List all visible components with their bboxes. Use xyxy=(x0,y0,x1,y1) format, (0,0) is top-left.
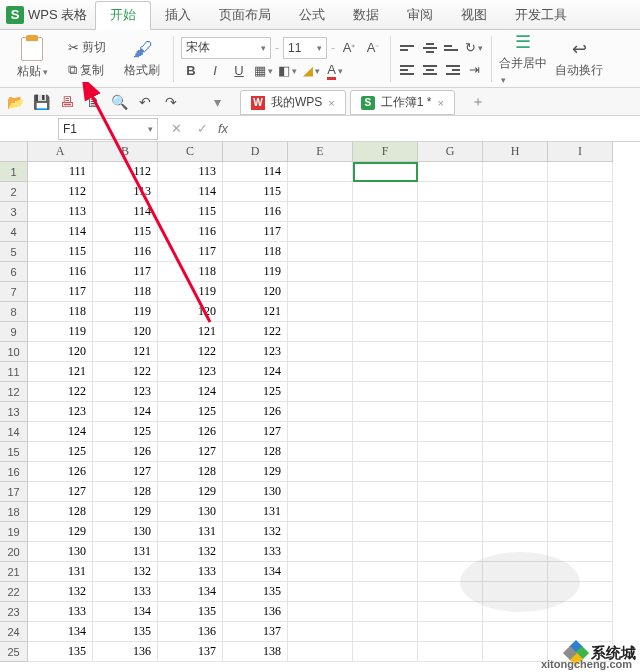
cell-C20[interactable]: 132 xyxy=(158,542,223,562)
cell-G16[interactable] xyxy=(418,462,483,482)
cell-E10[interactable] xyxy=(288,342,353,362)
cell-I9[interactable] xyxy=(548,322,613,342)
cell-H25[interactable] xyxy=(483,642,548,662)
cell-C13[interactable]: 125 xyxy=(158,402,223,422)
cell-B4[interactable]: 115 xyxy=(93,222,158,242)
cell-H6[interactable] xyxy=(483,262,548,282)
cell-C10[interactable]: 122 xyxy=(158,342,223,362)
cell-C19[interactable]: 131 xyxy=(158,522,223,542)
cell-F23[interactable] xyxy=(353,602,418,622)
cell-A23[interactable]: 133 xyxy=(28,602,93,622)
font-name-select[interactable]: 宋体▾ xyxy=(181,37,271,59)
cell-G8[interactable] xyxy=(418,302,483,322)
cell-E9[interactable] xyxy=(288,322,353,342)
row-header-20[interactable]: 20 xyxy=(0,542,28,562)
cell-D13[interactable]: 126 xyxy=(223,402,288,422)
row-header-6[interactable]: 6 xyxy=(0,262,28,282)
cell-G3[interactable] xyxy=(418,202,483,222)
cell-F22[interactable] xyxy=(353,582,418,602)
new-tab-button[interactable]: ＋ xyxy=(469,93,487,111)
cell-C1[interactable]: 113 xyxy=(158,162,223,182)
cell-I11[interactable] xyxy=(548,362,613,382)
cell-H17[interactable] xyxy=(483,482,548,502)
cell-H19[interactable] xyxy=(483,522,548,542)
document-tab-0[interactable]: W我的WPS× xyxy=(240,90,346,115)
cell-E5[interactable] xyxy=(288,242,353,262)
document-tab-1[interactable]: S工作簿1 *× xyxy=(350,90,455,115)
row-header-25[interactable]: 25 xyxy=(0,642,28,662)
close-tab-button[interactable]: × xyxy=(328,97,334,109)
ribbon-tab-5[interactable]: 审阅 xyxy=(393,2,447,29)
align-center-button[interactable] xyxy=(420,60,440,80)
cell-B24[interactable]: 135 xyxy=(93,622,158,642)
cell-F12[interactable] xyxy=(353,382,418,402)
cell-A15[interactable]: 125 xyxy=(28,442,93,462)
cell-G24[interactable] xyxy=(418,622,483,642)
cell-C15[interactable]: 127 xyxy=(158,442,223,462)
cell-F5[interactable] xyxy=(353,242,418,262)
cell-C17[interactable]: 129 xyxy=(158,482,223,502)
cell-B19[interactable]: 130 xyxy=(93,522,158,542)
cell-I8[interactable] xyxy=(548,302,613,322)
orientation-button[interactable]: ↻▾ xyxy=(464,38,484,58)
row-header-11[interactable]: 11 xyxy=(0,362,28,382)
cell-B23[interactable]: 134 xyxy=(93,602,158,622)
cell-F20[interactable] xyxy=(353,542,418,562)
cell-A19[interactable]: 129 xyxy=(28,522,93,542)
cell-B6[interactable]: 117 xyxy=(93,262,158,282)
cell-B1[interactable]: 112 xyxy=(93,162,158,182)
cell-F10[interactable] xyxy=(353,342,418,362)
cell-C12[interactable]: 124 xyxy=(158,382,223,402)
row-header-5[interactable]: 5 xyxy=(0,242,28,262)
cell-D19[interactable]: 132 xyxy=(223,522,288,542)
row-header-24[interactable]: 24 xyxy=(0,622,28,642)
cell-F16[interactable] xyxy=(353,462,418,482)
row-header-3[interactable]: 3 xyxy=(0,202,28,222)
cell-E14[interactable] xyxy=(288,422,353,442)
cell-B9[interactable]: 120 xyxy=(93,322,158,342)
row-header-7[interactable]: 7 xyxy=(0,282,28,302)
cell-A12[interactable]: 122 xyxy=(28,382,93,402)
cell-D16[interactable]: 129 xyxy=(223,462,288,482)
column-header-I[interactable]: I xyxy=(548,142,613,162)
cell-I1[interactable] xyxy=(548,162,613,182)
cell-I4[interactable] xyxy=(548,222,613,242)
cell-G4[interactable] xyxy=(418,222,483,242)
cell-C25[interactable]: 137 xyxy=(158,642,223,662)
open-button[interactable]: 📂 xyxy=(6,93,24,111)
cell-D22[interactable]: 135 xyxy=(223,582,288,602)
cell-D25[interactable]: 138 xyxy=(223,642,288,662)
cell-D20[interactable]: 133 xyxy=(223,542,288,562)
cell-E3[interactable] xyxy=(288,202,353,222)
cell-C6[interactable]: 118 xyxy=(158,262,223,282)
cell-D12[interactable]: 125 xyxy=(223,382,288,402)
cell-I13[interactable] xyxy=(548,402,613,422)
italic-button[interactable]: I xyxy=(205,61,225,81)
cell-E16[interactable] xyxy=(288,462,353,482)
cell-A10[interactable]: 120 xyxy=(28,342,93,362)
font-size-select[interactable]: 11▾ xyxy=(283,37,327,59)
row-header-14[interactable]: 14 xyxy=(0,422,28,442)
cell-D18[interactable]: 131 xyxy=(223,502,288,522)
cell-G20[interactable] xyxy=(418,542,483,562)
align-right-button[interactable] xyxy=(442,60,462,80)
cell-A7[interactable]: 117 xyxy=(28,282,93,302)
cell-F14[interactable] xyxy=(353,422,418,442)
cell-F2[interactable] xyxy=(353,182,418,202)
fill-color-button[interactable]: ◢▾ xyxy=(301,61,321,81)
shrink-font-button[interactable]: A⁻ xyxy=(363,38,383,58)
cell-G17[interactable] xyxy=(418,482,483,502)
cell-H18[interactable] xyxy=(483,502,548,522)
cell-F9[interactable] xyxy=(353,322,418,342)
cell-C18[interactable]: 130 xyxy=(158,502,223,522)
cell-F6[interactable] xyxy=(353,262,418,282)
cell-E25[interactable] xyxy=(288,642,353,662)
cell-B10[interactable]: 121 xyxy=(93,342,158,362)
cell-E17[interactable] xyxy=(288,482,353,502)
cell-H13[interactable] xyxy=(483,402,548,422)
cell-E19[interactable] xyxy=(288,522,353,542)
cell-H9[interactable] xyxy=(483,322,548,342)
cell-F7[interactable] xyxy=(353,282,418,302)
cell-H7[interactable] xyxy=(483,282,548,302)
cell-G6[interactable] xyxy=(418,262,483,282)
